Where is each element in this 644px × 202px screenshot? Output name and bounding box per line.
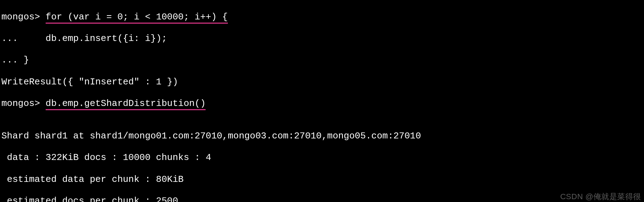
cmd-line-cont-1: ... db.emp.insert({i: i}); <box>1 33 643 44</box>
cmd-line-2: mongos> db.emp.getShardDistribution() <box>1 98 643 109</box>
shell-prompt: mongos> <box>1 12 40 22</box>
highlighted-code-1: for (var i = 0; i < 10000; i++) { <box>46 12 228 24</box>
highlighted-code-2: db.emp.getShardDistribution() <box>46 98 206 110</box>
continuation-prompt: ... <box>1 55 18 65</box>
shard-header: Shard shard1 at shard1/mongo01.com:27010… <box>1 131 643 142</box>
est-data-per-chunk: estimated data per chunk : 80KiB <box>1 174 643 185</box>
cmd-line-1: mongos> for (var i = 0; i < 10000; i++) … <box>1 12 643 23</box>
continuation-prompt: ... <box>1 33 18 44</box>
terminal-output[interactable]: mongos> for (var i = 0; i < 10000; i++) … <box>0 0 644 202</box>
shard-data: data : 322KiB docs : 10000 chunks : 4 <box>1 152 643 163</box>
shell-prompt: mongos> <box>1 98 40 109</box>
write-result: WriteResult({ "nInserted" : 1 }) <box>1 77 643 88</box>
cmd-line-cont-2: ... } <box>1 55 643 66</box>
watermark-label: CSDN @俺就是菜得很 <box>560 192 641 201</box>
est-docs-per-chunk: estimated docs per chunk : 2500 <box>1 196 643 202</box>
